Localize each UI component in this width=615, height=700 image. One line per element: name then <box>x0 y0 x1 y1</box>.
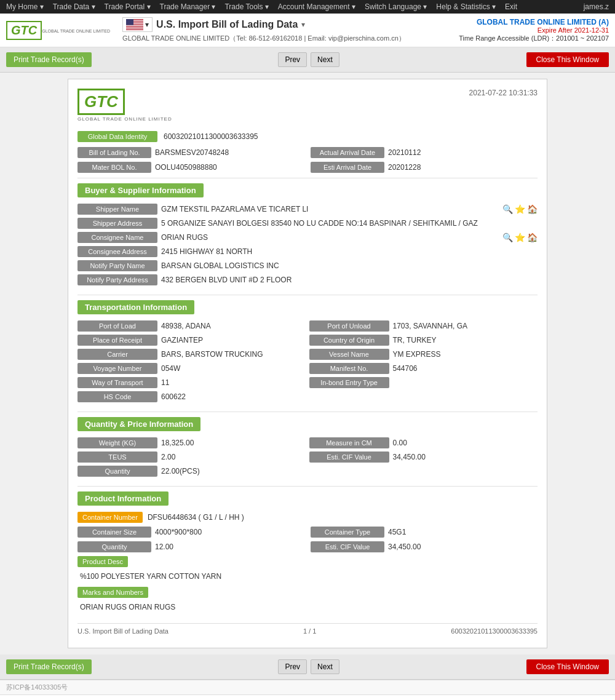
port-of-unload-value: 1703, SAVANNAH, GA <box>393 322 538 330</box>
weight-label: Weight (KG) <box>77 437 157 448</box>
toolbar-bottom-nav: Prev Next <box>278 659 339 674</box>
shipper-address-row: Shipper Address 5 ORGANIZE SANAYI BOLGES… <box>77 218 538 229</box>
nav-trade-data[interactable]: Trade Data ▾ <box>53 2 95 11</box>
actual-arrival-value: 20210112 <box>388 148 538 157</box>
carrier-pair: Carrier BARS, BARSTOW TRUCKING <box>77 349 306 360</box>
product-desc-value: %100 POLYESTER YARN COTTON YARN <box>77 570 538 583</box>
nav-trade-portal[interactable]: Trade Portal ▾ <box>105 2 151 11</box>
nav-exit[interactable]: Exit <box>505 2 517 11</box>
svg-rect-4 <box>126 25 143 26</box>
nav-trade-manager[interactable]: Trade Manager ▾ <box>160 2 216 11</box>
top-navigation: My Home ▾ Trade Data ▾ Trade Portal ▾ Tr… <box>0 0 615 14</box>
card-logo-subtitle: GLOBAL TRADE ONLINE LIMITED <box>77 116 172 122</box>
prev-button-top[interactable]: Prev <box>278 52 307 67</box>
port-of-load-value: 48938, ADANA <box>161 322 306 330</box>
bol-label: Bill of Lading No. <box>77 147 151 158</box>
card-logo-letters: GTC <box>84 92 118 111</box>
print-button-bottom[interactable]: Print Trade Record(s) <box>6 659 92 674</box>
nav-help-statistics[interactable]: Help & Statistics ▾ <box>436 2 496 11</box>
page-header: GTC GLOBAL TRADE ONLINE LIMITED <box>0 14 615 47</box>
vessel-name-pair: Vessel Name YM EXPRESS <box>309 349 538 360</box>
place-of-receipt-pair: Place of Receipt GAZIANTEP <box>77 335 306 346</box>
place-of-receipt-value: GAZIANTEP <box>161 336 306 344</box>
nav-trade-tools[interactable]: Trade Tools ▾ <box>224 2 268 11</box>
bottom-record-id: 60032021011300003633395 <box>451 627 538 635</box>
teus-pair: TEUS 2.00 <box>77 451 306 463</box>
marks-label: Marks and Numbers <box>77 587 148 598</box>
hs-code-value: 600622 <box>161 392 538 401</box>
mater-bol-row: Mater BOL No. OOLU4050988880 Esti Arriva… <box>77 162 538 173</box>
shipper-name-row: Shipper Name GZM TEKSTIL PAZARLAMA VE TI… <box>77 204 538 215</box>
esti-cif-value: 34,450.00 <box>393 453 538 461</box>
product-qty-value: 12.00 <box>155 543 304 551</box>
consignee-name-row: Consignee Name ORIAN RUGS 🔍 ⭐ 🏠 <box>77 232 538 243</box>
container-size-pair: Container Size 4000*900*800 <box>77 527 304 538</box>
icp-number: 苏ICP备14033305号 <box>6 683 68 691</box>
company-link[interactable]: GLOBAL TRADE ONLINE LIMITED (A) <box>477 18 609 26</box>
shipper-search-icon[interactable]: 🔍 <box>502 204 513 214</box>
container-type-pair: Container Type 45G1 <box>311 527 538 538</box>
nav-switch-language[interactable]: Switch Language ▾ <box>365 2 427 11</box>
svg-rect-6 <box>126 28 143 29</box>
container-number-row: Container Number DFSU6448634 ( G1 / L / … <box>77 512 538 523</box>
quantity-section: Quantity & Price Information Weight (KG)… <box>77 417 538 477</box>
next-button-top[interactable]: Next <box>311 52 339 67</box>
shipper-address-label: Shipper Address <box>77 218 157 229</box>
carrier-label: Carrier <box>77 349 157 360</box>
esti-arrival-label: Esti Arrival Date <box>311 162 384 173</box>
logo-letters: GTC <box>11 23 37 38</box>
nav-my-home[interactable]: My Home ▾ <box>6 2 44 11</box>
print-button-top[interactable]: Print Trade Record(s) <box>6 52 92 67</box>
close-button-top[interactable]: Close This Window <box>526 52 609 67</box>
marks-value: ORIAN RUGS ORIAN RUGS <box>77 600 538 614</box>
header-right: GLOBAL TRADE ONLINE LIMITED (A) Expire A… <box>459 18 609 43</box>
notify-party-address-row: Notify Party Address 432 BERGEN BLVD UNI… <box>77 274 538 285</box>
container-size-type-row: Container Size 4000*900*800 Container Ty… <box>77 527 538 538</box>
shipper-home-icon[interactable]: 🏠 <box>527 204 538 214</box>
notify-party-address-value: 432 BERGEN BLVD UNIT #D 2 FLOOR <box>161 276 538 284</box>
esti-arrival-pair: Esti Arrival Date 20201228 <box>311 162 538 173</box>
prev-button-bottom[interactable]: Prev <box>278 659 307 674</box>
consignee-name-label: Consignee Name <box>77 232 157 243</box>
shipper-name-label: Shipper Name <box>77 204 157 215</box>
mater-bol-label: Mater BOL No. <box>77 162 151 173</box>
svg-rect-7 <box>126 19 133 25</box>
us-flag-icon <box>126 19 143 30</box>
next-button-bottom[interactable]: Next <box>311 659 339 674</box>
notify-party-name-label: Notify Party Name <box>77 260 157 271</box>
teus-label: TEUS <box>77 451 157 463</box>
container-size-label: Container Size <box>77 527 151 538</box>
consignee-star-icon[interactable]: ⭐ <box>515 233 525 242</box>
measure-cm-value: 0.00 <box>393 439 538 447</box>
global-data-identity-label: Global Data Identity <box>77 131 157 142</box>
notify-party-name-value: BARSAN GLOBAL LOGISTICS INC <box>161 261 538 270</box>
global-data-identity-row: Global Data Identity 6003202101130000363… <box>77 131 538 142</box>
container-size-value: 4000*900*800 <box>155 528 304 536</box>
title-dropdown-arrow[interactable]: ▾ <box>301 20 305 29</box>
qty-grid: Weight (KG) 18,325.00 Measure in CM 0.00… <box>77 437 538 463</box>
quantity-header: Quantity & Price Information <box>77 417 200 431</box>
main-content: GTC GLOBAL TRADE ONLINE LIMITED 2021-07-… <box>0 73 615 654</box>
nav-account-management[interactable]: Account Management ▾ <box>278 2 355 11</box>
port-of-load-label: Port of Load <box>77 320 157 332</box>
bol-value: BARSMESV20748248 <box>155 148 304 157</box>
product-cif-value: 34,450.00 <box>388 543 538 551</box>
measure-cm-label: Measure in CM <box>309 437 389 448</box>
voyage-number-pair: Voyage Number 054W <box>77 363 306 374</box>
country-of-origin-pair: Country of Origin TR, TURKEY <box>309 335 538 346</box>
record-card: GTC GLOBAL TRADE ONLINE LIMITED 2021-07-… <box>68 79 547 648</box>
buyer-supplier-section: Buyer & Supplier Information Shipper Nam… <box>77 183 538 285</box>
quantity-value: 22.00(PCS) <box>161 467 538 475</box>
close-button-bottom[interactable]: Close This Window <box>526 659 609 674</box>
consignee-search-icon[interactable]: 🔍 <box>502 233 513 242</box>
measure-cm-pair: Measure in CM 0.00 <box>309 437 538 448</box>
mater-bol-pair: Mater BOL No. OOLU4050988880 <box>77 162 304 173</box>
voyage-number-value: 054W <box>161 364 306 373</box>
card-datetime: 2021-07-22 10:31:33 <box>469 89 538 97</box>
mater-bol-value: OOLU4050988880 <box>155 163 304 172</box>
product-section: Product Information Container Number DFS… <box>77 491 538 614</box>
shipper-star-icon[interactable]: ⭐ <box>515 204 525 214</box>
consignee-address-value: 2415 HIGHWAY 81 NORTH <box>161 247 538 256</box>
flag-selector[interactable]: ▾ <box>122 17 153 32</box>
consignee-home-icon[interactable]: 🏠 <box>527 233 538 242</box>
